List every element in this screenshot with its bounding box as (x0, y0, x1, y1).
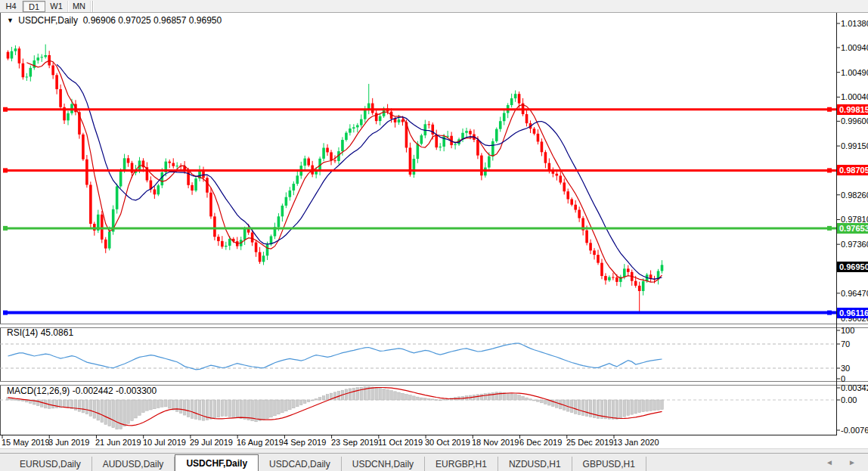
macd-histogram-bar (604, 400, 607, 419)
candle-body (85, 160, 88, 185)
line-handle-icon[interactable] (827, 226, 832, 231)
macd-histogram-bar (299, 400, 302, 405)
line-handle-icon[interactable] (3, 107, 8, 112)
candle-body (495, 129, 498, 141)
candle-body (40, 57, 43, 57)
candle-body (119, 170, 122, 187)
timeframe-h4-button[interactable]: H4 (0, 1, 23, 12)
tab-audusd-daily[interactable]: AUDUSD,Daily (92, 457, 175, 471)
candle-body (352, 127, 355, 129)
macd-histogram-bar (446, 398, 449, 400)
macd-histogram-bar (179, 400, 182, 414)
price-level-label[interactable]: 0.99815 (837, 104, 868, 115)
macd-histogram-bar (63, 400, 66, 407)
line-handle-icon[interactable] (827, 168, 832, 172)
candle-body (454, 144, 457, 145)
candle-body (274, 227, 277, 236)
x-axis-label: 15 May 2019 (2, 438, 50, 447)
tab-eurusd-daily[interactable]: EURUSD,Daily (9, 457, 92, 471)
macd-histogram-bar (270, 400, 273, 417)
candle-body (537, 134, 540, 142)
x-axis-label: 13 Jan 2020 (613, 438, 659, 447)
tab-usdcnh-daily[interactable]: USDCNH,Daily (342, 457, 425, 471)
macd-histogram-bar (131, 400, 134, 421)
tab-gbpusd-h1[interactable]: GBPUSD,H1 (572, 457, 646, 471)
candle-body (522, 104, 525, 114)
x-axis-label: 3 Jun 2019 (48, 438, 89, 447)
line-handle-icon[interactable] (827, 107, 832, 112)
candle-body (240, 240, 243, 246)
macd-histogram-bar (424, 398, 427, 400)
price-chart-canvas[interactable] (0, 0, 868, 471)
timeframe-mn-button[interactable]: MN (68, 1, 91, 12)
candle-body (78, 112, 81, 135)
rsi-axis-label: 0 (841, 374, 845, 383)
x-axis-label: 30 Oct 2019 (425, 438, 470, 447)
macd-histogram-bar (85, 400, 88, 414)
y-axis-label: 0.97360 (841, 240, 868, 249)
candle-body (341, 140, 344, 151)
candle-body (510, 98, 513, 105)
price-level-label[interactable]: 0.96950 (837, 262, 868, 272)
chart-menu-icon[interactable]: ▼ (7, 17, 14, 24)
chart-title: ▼ USDCHF,Daily 0.96906 0.97025 0.96857 0… (7, 15, 222, 26)
candle-body (116, 186, 119, 209)
candle-body (661, 265, 664, 271)
macd-histogram-bar (405, 394, 408, 400)
macd-histogram-bar (574, 400, 577, 414)
macd-histogram-bar (322, 396, 325, 400)
macd-histogram-bar (150, 400, 153, 410)
tab-scroll-left-icon[interactable]: ◄ (826, 458, 833, 466)
rsi-axis-label: 30 (841, 364, 850, 373)
macd-histogram-bar (533, 400, 536, 401)
y-axis-label: 1.00940 (841, 43, 868, 52)
tab-nzdusd-h1[interactable]: NZDUSD,H1 (498, 457, 572, 471)
candle-body (104, 240, 107, 249)
tab-eurgbp-h1[interactable]: EURGBP,H1 (425, 457, 498, 471)
candle-body (405, 122, 408, 147)
macd-histogram-bar (589, 400, 592, 417)
macd-histogram-bar (93, 400, 96, 418)
candle-body (153, 189, 157, 194)
candle-body (293, 184, 296, 191)
candle-body (417, 144, 420, 159)
candle-body (48, 55, 51, 66)
candle-body (221, 241, 224, 246)
macd-histogram-bar (503, 393, 506, 400)
candle-body (14, 48, 17, 51)
candle-body (581, 218, 584, 231)
macd-histogram-bar (285, 400, 288, 411)
macd-histogram-bar (409, 395, 412, 400)
tab-usdchf-daily[interactable]: USDCHF,Daily (175, 454, 259, 471)
candle-body (289, 191, 292, 197)
candle-body (135, 169, 138, 172)
x-axis-label: 11 Oct 2019 (378, 438, 423, 447)
macd-histogram-bar (379, 388, 382, 400)
candle-body (123, 158, 126, 170)
tab-usdcad-daily[interactable]: USDCAD,Daily (259, 457, 342, 471)
timeframe-w1-button[interactable]: W1 (45, 1, 68, 12)
price-level-label[interactable]: 0.96116 (837, 308, 868, 318)
macd-histogram-bar (225, 400, 228, 417)
pane-separator-main-rsi[interactable] (0, 324, 868, 328)
candle-body (390, 112, 393, 119)
line-handle-icon[interactable] (3, 226, 8, 231)
line-handle-icon[interactable] (3, 168, 8, 172)
tab-scroll-right-icon[interactable]: ► (848, 458, 856, 466)
macd-histogram-bar (420, 398, 423, 400)
timeframe-d1-button[interactable]: D1 (23, 1, 45, 12)
candle-body (259, 253, 262, 262)
macd-value-signal: -0.003300 (116, 386, 157, 396)
line-handle-icon[interactable] (3, 311, 8, 315)
price-level-label[interactable]: 0.97653 (837, 223, 868, 234)
price-level-label[interactable]: 0.98705 (837, 165, 868, 175)
macd-axis-label: 0.003428 (841, 383, 868, 392)
rsi-indicator-label: RSI(14) 45.0861 (7, 327, 73, 338)
macd-histogram-bar (585, 400, 588, 417)
macd-value-main: -0.002442 (73, 386, 113, 396)
candle-body (427, 124, 430, 125)
macd-histogram-bar (544, 400, 547, 404)
candle-body (18, 48, 21, 64)
macd-histogram-bar (345, 389, 348, 400)
line-handle-icon[interactable] (827, 311, 832, 315)
